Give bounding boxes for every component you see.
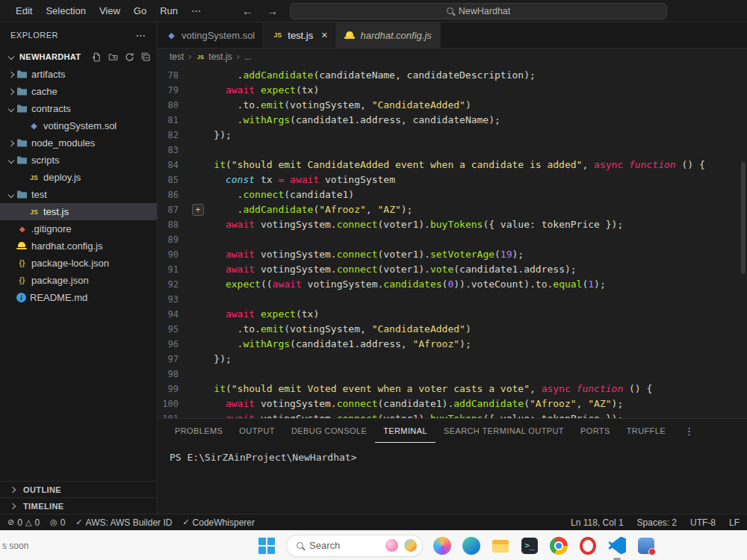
taskbar-search[interactable]: Search — [286, 535, 423, 557]
close-icon[interactable]: × — [321, 29, 327, 41]
collapse-all-icon[interactable] — [141, 52, 151, 62]
tree-item[interactable]: hardhat.config.js — [0, 237, 157, 255]
line-number[interactable]: 93 — [158, 292, 190, 307]
opera-icon[interactable] — [578, 536, 598, 556]
code-line[interactable]: 101 await votingSystem.connect(voter1).b… — [158, 411, 747, 418]
menu-item-edit[interactable]: Edit — [9, 3, 39, 19]
code-line[interactable]: 79 await expect(tx) — [158, 83, 747, 98]
tree-item[interactable]: node_modules — [0, 134, 157, 152]
terminal-content[interactable]: PS E:\SirZAinProject\NewHardhat> — [158, 443, 747, 463]
codewhisperer-status[interactable]: ✓ CodeWhisperer — [182, 517, 255, 528]
code-line[interactable]: 99 it("should emit Voted event when a vo… — [158, 382, 747, 396]
sidebar-section-outline[interactable]: OUTLINE — [0, 481, 157, 497]
line-number[interactable]: 89 — [158, 232, 190, 247]
line-number[interactable]: 100 — [158, 396, 190, 411]
chrome-icon[interactable] — [549, 536, 568, 556]
line-number[interactable]: 78 — [158, 68, 190, 83]
breadcrumb-segment[interactable]: ... — [244, 52, 252, 62]
refresh-icon[interactable] — [125, 52, 134, 62]
start-button[interactable] — [257, 536, 276, 556]
line-number[interactable]: 101 — [158, 411, 190, 418]
code-line[interactable]: 82 }); — [158, 128, 747, 143]
line-number[interactable]: 83 — [158, 143, 190, 158]
breadcrumb-segment[interactable]: JStest.js — [196, 52, 232, 62]
line-number[interactable]: 79 — [158, 83, 190, 98]
line-number[interactable]: 87 — [158, 202, 190, 217]
tab-test-js[interactable]: JStest.js× — [264, 22, 336, 48]
code-line[interactable]: 81 .withArgs(candidate1.address, candida… — [158, 113, 747, 128]
menu-item-go[interactable]: Go — [127, 3, 153, 19]
line-number[interactable]: 95 — [158, 322, 190, 337]
panel-tab-output[interactable]: OUTPUT — [231, 419, 283, 443]
code-line[interactable]: 89 — [158, 232, 747, 247]
code-line[interactable]: 86 .connect(candidate1) — [158, 187, 747, 202]
line-number[interactable]: 85 — [158, 172, 190, 187]
tab-hardhat-config-js[interactable]: hardhat.config.js — [336, 22, 440, 48]
code-line[interactable]: 94 await expect(tx) — [158, 307, 747, 322]
code-line[interactable]: 85 const tx = await votingSystem — [158, 172, 747, 187]
aws-status[interactable]: ✓ AWS: AWS Builder ID — [75, 517, 172, 528]
tree-item[interactable]: scripts — [0, 152, 157, 169]
code-line[interactable]: 97 }); — [158, 352, 747, 367]
tree-item[interactable]: JStest.js — [0, 203, 157, 220]
tree-item[interactable]: ◆.gitignore — [0, 220, 157, 237]
tab-votingsystem-sol[interactable]: ◆votingSystem.sol — [158, 22, 264, 48]
code-line[interactable]: 83 — [158, 143, 747, 158]
panel-tab-search-terminal-output[interactable]: SEARCH TERMINAL OUTPUT — [436, 419, 572, 443]
code-line[interactable]: 78 .addCandidate(candidateName, candidat… — [158, 68, 747, 83]
panel-tab-ports[interactable]: PORTS — [572, 419, 619, 443]
code-line[interactable]: 100 await votingSystem.connect(candidate… — [158, 396, 747, 411]
line-number[interactable]: 82 — [158, 128, 190, 143]
dark-app-icon[interactable]: >_ — [520, 536, 539, 556]
tree-item[interactable]: ◆votingSystem.sol — [0, 117, 157, 134]
code-line[interactable]: 91 await votingSystem.connect(voter1).vo… — [158, 262, 747, 277]
menu-item-selection[interactable]: Selection — [39, 3, 92, 19]
line-number[interactable]: 97 — [158, 352, 190, 367]
new-file-icon[interactable] — [92, 52, 102, 62]
line-number[interactable]: 80 — [158, 98, 190, 113]
code-line[interactable]: 84 it("should emit CandidateAdded event … — [158, 158, 747, 172]
indentation-setting[interactable]: Spaces: 2 — [637, 517, 677, 528]
tree-item[interactable]: cache — [0, 83, 157, 100]
menu-item-more[interactable]: ⋯ — [185, 3, 208, 19]
scrollbar-thumb[interactable] — [741, 162, 746, 274]
code-editor[interactable]: 78 .addCandidate(candidateName, candidat… — [158, 65, 747, 418]
code-line[interactable]: 96 .withArgs(candidate1.address, "Afrooz… — [158, 337, 747, 352]
new-folder-icon[interactable] — [108, 52, 118, 62]
search-highlight-icon[interactable] — [385, 539, 398, 552]
line-number[interactable]: 94 — [158, 307, 190, 322]
search-highlight-icon[interactable] — [404, 539, 417, 552]
breadcrumb-segment[interactable]: test — [170, 52, 184, 62]
line-number[interactable]: 91 — [158, 262, 190, 277]
cursor-position[interactable]: Ln 118, Col 1 — [571, 517, 624, 528]
line-number[interactable]: 81 — [158, 113, 190, 128]
panel-tab-debug-console[interactable]: DEBUG CONSOLE — [283, 419, 375, 443]
code-line[interactable]: 80 .to.emit(votingSystem, "CandidateAdde… — [158, 98, 747, 113]
command-center-search[interactable]: NewHardhat — [290, 3, 667, 19]
eol-setting[interactable]: LF — [729, 517, 740, 528]
explorer-more-actions-icon[interactable]: ⋯ — [136, 29, 147, 41]
inline-add-button[interactable]: + — [192, 204, 204, 216]
problems-indicator[interactable]: ⊘ 0 △ 0 — [7, 517, 40, 528]
tree-item[interactable]: iREADME.md — [0, 289, 157, 306]
tree-item[interactable]: artifacts — [0, 66, 157, 83]
panel-tab-problems[interactable]: PROBLEMS — [167, 419, 231, 443]
tree-item[interactable]: {}package-lock.json — [0, 255, 157, 272]
copilot-icon[interactable] — [433, 536, 452, 556]
panel-tab-truffle[interactable]: TRUFFLE — [619, 419, 674, 443]
code-line[interactable]: 95 .to.emit(votingSystem, "CandidateAdde… — [158, 322, 747, 337]
line-number[interactable]: 84 — [158, 158, 190, 172]
code-line[interactable]: 87 .addCandidate("Afrooz", "AZ");+ — [158, 202, 747, 217]
code-line[interactable]: 90 await votingSystem.connect(voter1).se… — [158, 247, 747, 262]
line-number[interactable]: 96 — [158, 337, 190, 352]
menu-item-view[interactable]: View — [93, 3, 127, 19]
line-number[interactable]: 88 — [158, 217, 190, 232]
tree-item[interactable]: JSdeploy.js — [0, 169, 157, 186]
tree-item[interactable]: {}package.json — [0, 272, 157, 289]
remote-app-icon[interactable] — [636, 536, 656, 556]
tree-item[interactable]: test — [0, 186, 157, 203]
edge-icon[interactable] — [462, 536, 481, 556]
tree-item[interactable]: contracts — [0, 100, 157, 117]
encoding-setting[interactable]: UTF-8 — [690, 517, 716, 528]
line-number[interactable]: 98 — [158, 367, 190, 382]
